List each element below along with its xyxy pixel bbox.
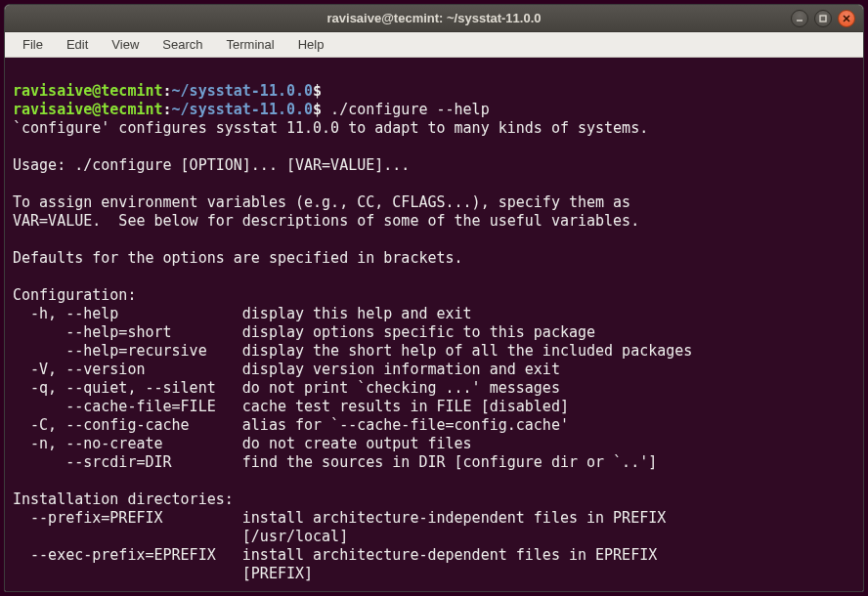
terminal-line: -q, --quiet, --silent do not print `chec… (13, 379, 855, 398)
terminal-window: ravisaive@tecmint: ~/sysstat-11.0.0 File… (4, 4, 864, 592)
maximize-button[interactable] (814, 10, 832, 27)
terminal-line (13, 472, 855, 490)
terminal-line: Usage: ./configure [OPTION]... [VAR=VALU… (13, 156, 855, 175)
menu-search[interactable]: Search (152, 34, 212, 55)
terminal-line: [/usr/local] (13, 528, 855, 546)
terminal-line: -n, --no-create do not create output fil… (13, 435, 855, 453)
terminal-line: --help=recursive display the short help … (13, 342, 855, 361)
terminal-line (13, 583, 855, 591)
terminal-line: [PREFIX] (13, 565, 855, 583)
terminal-line: -V, --version display version informatio… (13, 361, 855, 379)
prompt-dollar: $ (313, 82, 322, 100)
prompt-path: ~/sysstat-11.0.0 (172, 101, 314, 118)
close-button[interactable] (838, 10, 855, 27)
terminal-line: VAR=VALUE. See below for descriptions of… (13, 212, 855, 231)
terminal-line (13, 138, 855, 156)
window-title: ravisaive@tecmint: ~/sysstat-11.0.0 (5, 11, 863, 25)
terminal-line: --help=short display options specific to… (13, 323, 855, 342)
command-text: ./configure --help (322, 101, 490, 118)
minimize-button[interactable] (791, 10, 808, 27)
terminal-line: Defaults for the options are specified i… (13, 249, 855, 268)
menu-file[interactable]: File (13, 34, 53, 55)
prompt-colon: : (163, 101, 172, 118)
prompt-userhost: ravisaive@tecmint (13, 82, 163, 100)
menubar: File Edit View Search Terminal Help (5, 32, 863, 58)
terminal-line: -C, --config-cache alias for `--cache-fi… (13, 416, 855, 435)
terminal-line: --prefix=PREFIX install architecture-ind… (13, 509, 855, 528)
menu-help[interactable]: Help (288, 34, 334, 55)
maximize-icon (818, 14, 828, 23)
terminal-line (13, 268, 855, 286)
command-text (322, 82, 330, 100)
menu-terminal[interactable]: Terminal (217, 34, 284, 55)
terminal-line: Installation directories: (13, 490, 855, 509)
terminal-line (13, 64, 855, 82)
terminal-line: --exec-prefix=EPREFIX install architectu… (13, 546, 855, 565)
prompt-dollar: $ (313, 101, 322, 118)
terminal-line: --srcdir=DIR find the sources in DIR [co… (13, 453, 855, 472)
terminal-line (13, 231, 855, 249)
terminal-line (13, 175, 855, 193)
titlebar: ravisaive@tecmint: ~/sysstat-11.0.0 (5, 5, 863, 32)
terminal-line: -h, --help display this help and exit (13, 305, 855, 323)
prompt-userhost: ravisaive@tecmint (13, 101, 163, 118)
terminal-area[interactable]: ravisaive@tecmint:~/sysstat-11.0.0$ ravi… (5, 58, 863, 591)
terminal-line: Configuration: (13, 286, 855, 305)
terminal-line: `configure' configures sysstat 11.0.0 to… (13, 119, 855, 138)
prompt-path: ~/sysstat-11.0.0 (172, 82, 314, 100)
menu-edit[interactable]: Edit (57, 34, 98, 55)
terminal-content: ravisaive@tecmint:~/sysstat-11.0.0$ ravi… (13, 64, 855, 591)
close-icon (842, 14, 851, 23)
terminal-line: --cache-file=FILE cache test results in … (13, 398, 855, 416)
menu-view[interactable]: View (102, 34, 149, 55)
terminal-line: ravisaive@tecmint:~/sysstat-11.0.0$ (13, 82, 855, 101)
minimize-icon (795, 14, 804, 23)
window-controls (791, 10, 863, 27)
svg-rect-1 (820, 16, 826, 21)
prompt-colon: : (163, 82, 172, 100)
terminal-line: To assign environment variables (e.g., C… (13, 193, 855, 212)
terminal-line: ravisaive@tecmint:~/sysstat-11.0.0$ ./co… (13, 101, 855, 119)
